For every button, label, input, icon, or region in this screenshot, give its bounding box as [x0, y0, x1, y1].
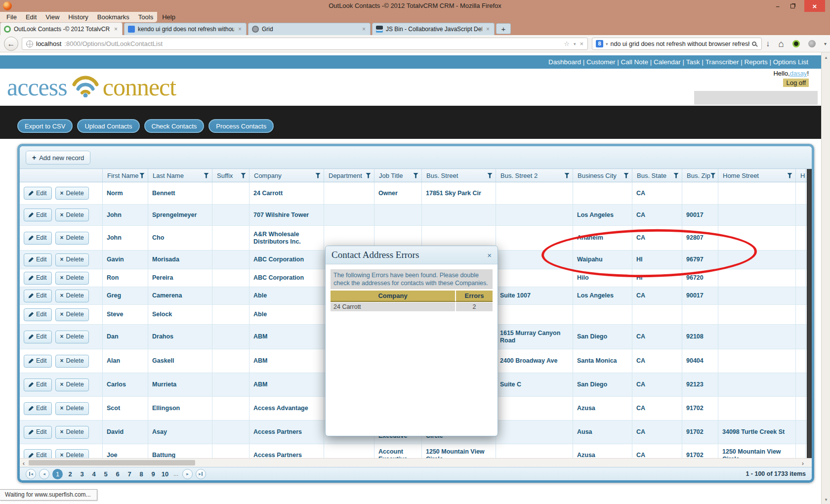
nav-link-call-note[interactable]: Call Note: [621, 58, 648, 66]
edit-button[interactable]: Edit: [24, 272, 52, 285]
scroll-down-icon[interactable]: ▾: [822, 495, 830, 504]
addon-eye-icon[interactable]: [792, 40, 800, 47]
delete-button[interactable]: ×Delete: [55, 449, 89, 459]
pager-page-1[interactable]: 1: [52, 469, 63, 479]
nav-link-transcriber[interactable]: Transcriber: [706, 58, 739, 66]
nav-link-dashboard[interactable]: Dashboard: [548, 58, 581, 66]
edit-button[interactable]: Edit: [24, 232, 52, 245]
search-input[interactable]: 8 ▾ ndo ui grid does not refresh without…: [592, 38, 762, 50]
home-icon[interactable]: ⌂: [779, 39, 784, 49]
column-header-first[interactable]: First Name: [103, 169, 148, 182]
column-header-home[interactable]: Home Street: [718, 169, 796, 182]
pager-page-2[interactable]: 2: [66, 470, 75, 478]
user-link[interactable]: dasay: [790, 70, 807, 77]
tab-close-icon[interactable]: ×: [361, 26, 367, 33]
delete-button[interactable]: ×Delete: [55, 272, 89, 285]
tab-outlook-contacts-2012-totalvcr[interactable]: OutLook Contacts -© 2012 TotalvCR...×: [0, 22, 123, 35]
url-dropdown-icon[interactable]: ▾: [574, 42, 576, 46]
column-header-city[interactable]: Business City: [573, 169, 632, 182]
nav-link-options-list[interactable]: Options List: [773, 58, 808, 66]
nav-link-task[interactable]: Task: [686, 58, 700, 66]
menu-bookmarks[interactable]: Bookmarks: [93, 13, 134, 21]
pager-next-button[interactable]: ▸: [182, 469, 193, 479]
edit-button[interactable]: Edit: [24, 331, 52, 343]
column-header-hon[interactable]: Hon: [796, 169, 806, 182]
tab-close-icon[interactable]: ×: [485, 26, 491, 33]
pager-last-button[interactable]: ▸: [196, 469, 206, 479]
close-button[interactable]: ×: [804, 0, 825, 12]
column-header-cmd[interactable]: [20, 169, 103, 182]
log-off-button[interactable]: Log off: [783, 79, 809, 87]
column-header-company[interactable]: Company: [249, 169, 324, 182]
delete-button[interactable]: ×Delete: [55, 308, 89, 321]
edit-button[interactable]: Edit: [24, 290, 52, 302]
edit-button[interactable]: Edit: [24, 355, 52, 368]
pager-page-4[interactable]: 4: [89, 470, 98, 478]
filter-icon[interactable]: [366, 173, 371, 178]
menu-edit[interactable]: Edit: [21, 13, 41, 21]
filter-icon[interactable]: [241, 173, 246, 178]
edit-button[interactable]: Edit: [24, 426, 52, 439]
column-header-street2[interactable]: Bus. Street 2: [496, 169, 573, 182]
filter-icon[interactable]: [315, 173, 321, 178]
delete-button[interactable]: ×Delete: [55, 355, 89, 368]
menu-history[interactable]: History: [64, 13, 92, 21]
minimize-button[interactable]: –: [771, 0, 785, 12]
filter-icon[interactable]: [564, 173, 570, 178]
pager-first-button[interactable]: ◂: [26, 469, 36, 479]
scroll-up-icon[interactable]: ▴: [822, 53, 830, 61]
bookmark-star-icon[interactable]: ☆: [564, 40, 570, 47]
pager-page-5[interactable]: 5: [101, 470, 110, 478]
pager-page-3[interactable]: 3: [78, 470, 86, 478]
delete-button[interactable]: ×Delete: [55, 402, 89, 415]
delete-button[interactable]: ×Delete: [55, 232, 89, 245]
dialog-titlebar[interactable]: Contact Address Errors ×: [326, 246, 498, 264]
scroll-left-icon[interactable]: ‹: [20, 459, 28, 467]
downloads-icon[interactable]: ↓: [766, 39, 770, 49]
toolbar-overflow-icon[interactable]: ▾: [824, 41, 827, 46]
filter-icon[interactable]: [139, 173, 145, 178]
grid-horizontal-scrollbar[interactable]: ‹ ›: [20, 458, 812, 467]
column-header-street[interactable]: Bus. Street: [422, 169, 496, 182]
search-engine-dropdown-icon[interactable]: ▾: [606, 42, 608, 46]
column-header-state[interactable]: Bus. State: [632, 169, 682, 182]
filter-icon[interactable]: [623, 173, 629, 178]
tab-kendo-ui-grid-does-not-refresh[interactable]: kendo ui grid does not refresh withou...…: [124, 23, 247, 35]
export-to-csv-button[interactable]: Export to CSV: [17, 119, 73, 133]
menu-file[interactable]: File: [2, 13, 21, 21]
pager-page-6[interactable]: 6: [113, 470, 122, 478]
menu-help[interactable]: Help: [158, 13, 180, 21]
url-bar[interactable]: localhost :8000/Options/OutLookContactLi…: [22, 38, 588, 50]
edit-button[interactable]: Edit: [24, 308, 52, 321]
browser-scrollbar[interactable]: ▴ ▾: [821, 52, 830, 504]
filter-icon[interactable]: [787, 173, 792, 178]
filter-icon[interactable]: [413, 173, 418, 178]
new-tab-button[interactable]: +: [496, 23, 511, 34]
edit-button[interactable]: Edit: [24, 209, 52, 221]
scroll-right-icon[interactable]: ›: [799, 459, 807, 467]
column-header-zip[interactable]: Bus. Zip: [682, 169, 718, 182]
grid-vertical-scrollbar[interactable]: [807, 169, 812, 458]
delete-button[interactable]: ×Delete: [55, 253, 89, 266]
edit-button[interactable]: Edit: [24, 187, 52, 200]
search-magnifier-icon[interactable]: [752, 42, 756, 46]
delete-button[interactable]: ×Delete: [55, 378, 89, 391]
filter-icon[interactable]: [710, 173, 716, 178]
nav-link-customer[interactable]: Customer: [586, 58, 616, 66]
pager-page-8[interactable]: 8: [137, 470, 146, 478]
pager-prev-button[interactable]: ◂: [39, 469, 49, 479]
delete-button[interactable]: ×Delete: [55, 187, 89, 200]
column-header-job[interactable]: Job Title: [374, 169, 422, 182]
nav-link-reports[interactable]: Reports: [744, 58, 767, 66]
nav-link-calendar[interactable]: Calendar: [654, 58, 681, 66]
check-contacts-button[interactable]: Check Contacts: [144, 119, 205, 133]
delete-button[interactable]: ×Delete: [55, 426, 89, 439]
horizontal-scroll-thumb[interactable]: [29, 460, 195, 465]
addon-superfish-icon[interactable]: [808, 40, 816, 47]
add-new-record-button[interactable]: + Add new record: [26, 151, 90, 165]
edit-button[interactable]: Edit: [24, 378, 52, 391]
tab-js-bin-collaborative-javascrip[interactable]: JS Bin - Collaborative JavaScript Debu..…: [372, 23, 495, 35]
column-header-suffix[interactable]: Suffix: [212, 169, 249, 182]
delete-button[interactable]: ×Delete: [55, 331, 89, 343]
menu-view[interactable]: View: [41, 13, 64, 21]
